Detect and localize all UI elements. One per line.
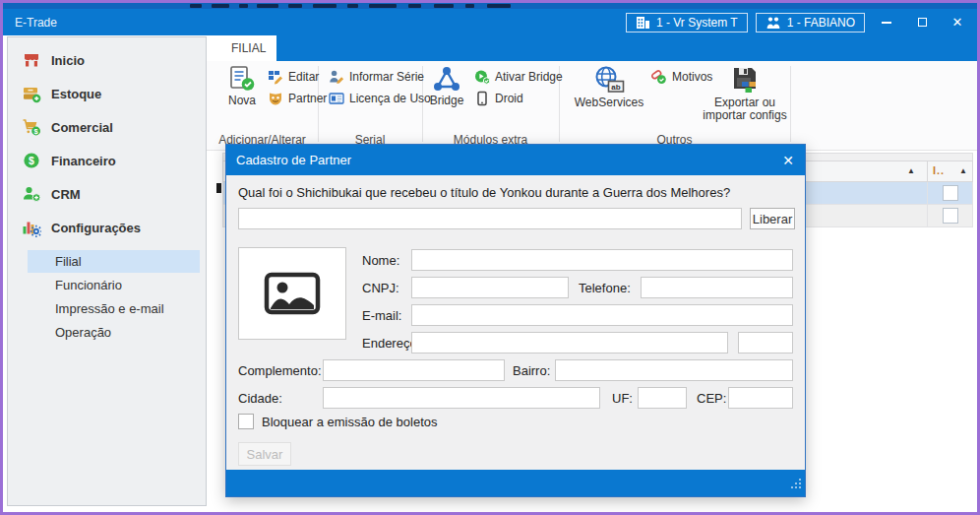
exportar-importar-configs-button[interactable]: Exportar ou importar configs <box>701 65 789 122</box>
nome-label: Nome: <box>362 253 399 268</box>
activate-play-icon <box>474 69 490 85</box>
uf-input[interactable] <box>638 387 687 409</box>
webservices-button[interactable]: ab WebServices <box>573 65 645 109</box>
informar-serie-button[interactable]: Informar Série <box>329 67 424 87</box>
dialog-body: Qual foi o Shichibukai que recebeu o tít… <box>226 175 805 472</box>
exportar-importar-configs-label: Exportar ou importar configs <box>701 97 789 122</box>
endereco-numero-input[interactable] <box>738 332 793 354</box>
new-document-icon <box>228 65 256 93</box>
window-title: E-Trade <box>3 16 57 30</box>
partner-button[interactable]: Partner <box>268 89 327 108</box>
dollar-glyph: $ <box>29 155 34 166</box>
sidebar-item-label: Estoque <box>51 87 101 101</box>
building-icon <box>636 16 650 30</box>
minimize-button[interactable] <box>873 12 900 33</box>
close-button[interactable]: ✕ <box>944 12 971 33</box>
sidebar-item-label: Financeiro <box>51 154 116 168</box>
grid-checkbox-column-header[interactable]: I.. ▲ <box>927 161 972 181</box>
sidebar-item-configuracoes[interactable]: Configurações <box>8 211 206 244</box>
edit-tiles-icon <box>268 69 283 85</box>
cep-input[interactable] <box>728 387 793 409</box>
cnpj-input[interactable] <box>411 277 569 298</box>
user-selector-button[interactable]: 1 - FABIANO <box>756 13 865 32</box>
bairro-input[interactable] <box>555 359 793 381</box>
person-add-icon <box>22 184 41 204</box>
nome-input[interactable] <box>411 249 793 271</box>
bairro-label: Bairro: <box>513 363 550 378</box>
sidebar-subitem-filial[interactable]: Filial <box>28 250 200 273</box>
ativar-bridge-button[interactable]: Ativar Bridge <box>474 67 563 87</box>
ribbon: Nova Editar Partner Adicionar/Alterar <box>207 61 977 151</box>
bridge-button[interactable]: Bridge <box>425 65 468 107</box>
group-separator <box>790 66 791 142</box>
row-checkbox[interactable] <box>943 185 958 201</box>
email-input[interactable] <box>411 304 793 326</box>
mask-icon <box>268 91 283 106</box>
sidebar-subitem-operacao[interactable]: Operação <box>28 321 200 344</box>
company-selector-label: 1 - Vr System T <box>656 16 738 30</box>
droid-button[interactable]: Droid <box>474 89 523 108</box>
licenca-de-uso-button[interactable]: Licença de Uso <box>329 89 431 108</box>
webservices-label: WebServices <box>575 97 643 109</box>
sidebar-item-inicio[interactable]: Inicio <box>8 43 206 77</box>
motivos-tag-icon <box>651 69 667 85</box>
bloquear-boletos-label: Bloquear a emissão de boletos <box>262 415 438 429</box>
sidebar-subitem-impressao-email[interactable]: Impressão e e-mail <box>28 297 200 320</box>
people-icon <box>766 16 781 30</box>
sidebar-item-crm[interactable]: CRM <box>8 177 206 211</box>
email-label: E-mail: <box>362 308 401 323</box>
sidebar-item-label: Inicio <box>51 53 85 68</box>
sidebar-item-estoque[interactable]: Estoque <box>8 77 206 110</box>
uf-label: UF: <box>612 391 633 406</box>
webservices-globe-icon: ab <box>592 65 626 95</box>
resize-grip[interactable] <box>790 476 802 493</box>
cart-dollar-icon: $ <box>22 117 41 137</box>
ab-badge: ab <box>611 83 620 92</box>
cep-label: CEP: <box>697 391 726 406</box>
phone-icon <box>474 91 490 106</box>
maximize-icon <box>918 18 927 27</box>
nova-button[interactable]: Nova <box>218 65 266 107</box>
salvar-button[interactable]: Salvar <box>238 442 291 466</box>
partner-photo-placeholder[interactable] <box>238 247 346 340</box>
filter-glyph: I.. <box>933 164 945 176</box>
sidebar-subitem-funcionario[interactable]: Funcionário <box>28 274 200 296</box>
dialog-footer-bar <box>226 470 805 496</box>
minimize-icon <box>882 22 891 24</box>
sidebar-item-label: Configurações <box>51 221 141 235</box>
sidebar-item-label: Comercial <box>51 120 113 135</box>
telefone-label: Telefone: <box>579 281 631 295</box>
chart-gear-icon <box>22 218 41 237</box>
tab-filial[interactable]: FILIAL <box>220 35 276 61</box>
cidade-input[interactable] <box>323 387 600 409</box>
ativar-bridge-label: Ativar Bridge <box>495 70 563 84</box>
dialog-close-button[interactable]: ✕ <box>771 153 805 168</box>
sidebar-item-comercial[interactable]: $ Comercial <box>8 110 206 144</box>
partner-label: Partner <box>288 92 327 105</box>
endereco-input[interactable] <box>411 332 728 354</box>
bloquear-boletos-checkbox[interactable] <box>238 414 254 429</box>
row-checkbox[interactable] <box>943 208 958 224</box>
image-placeholder-icon <box>264 270 321 317</box>
bridge-network-icon <box>432 65 461 93</box>
titlebar: E-Trade 1 - Vr System T 1 - FABIANO <box>3 9 977 35</box>
inventory-box-icon <box>22 84 41 103</box>
sidebar-item-financeiro[interactable]: $ Financeiro <box>8 144 206 177</box>
telefone-input[interactable] <box>641 277 793 298</box>
dialog-titlebar[interactable]: Cadastro de Partner ✕ <box>226 145 805 175</box>
dollar-circle-icon: $ <box>22 151 41 170</box>
liberar-button[interactable]: Liberar <box>750 208 795 229</box>
sort-asc-icon[interactable]: ▲ <box>907 166 915 175</box>
security-answer-input[interactable] <box>238 208 742 229</box>
storefront-icon <box>22 50 41 70</box>
ribbon-tab-row: FILIAL <box>207 35 977 61</box>
complemento-input[interactable] <box>323 359 505 381</box>
bridge-label: Bridge <box>430 95 464 107</box>
company-selector-button[interactable]: 1 - Vr System T <box>626 13 748 32</box>
nova-label: Nova <box>228 95 256 107</box>
editar-button[interactable]: Editar <box>268 67 319 87</box>
maximize-button[interactable] <box>908 12 936 33</box>
cnpj-label: CNPJ: <box>362 281 399 295</box>
sort-asc-icon[interactable]: ▲ <box>959 166 967 175</box>
license-card-icon <box>329 91 344 106</box>
